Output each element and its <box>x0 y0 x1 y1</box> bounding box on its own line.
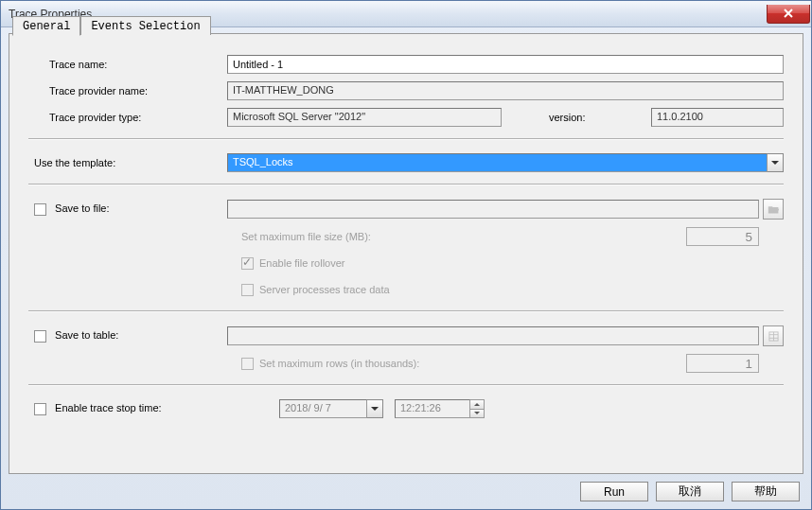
rollover-label: Enable file rollover <box>259 257 345 269</box>
row-max-rows: Set maximum rows (in thousands): <box>28 354 784 373</box>
run-button[interactable]: Run <box>580 482 648 501</box>
save-table-checkbox[interactable] <box>34 330 46 343</box>
row-template: Use the template: TSQL_Locks <box>28 153 784 172</box>
tab-events-selection[interactable]: Events Selection <box>80 16 210 35</box>
rollover-checkbox <box>241 257 254 270</box>
template-value: TSQL_Locks <box>227 153 768 172</box>
row-provider-name: Trace provider name: IT-MATTHEW_DONG <box>28 81 784 100</box>
table-icon <box>768 331 780 342</box>
save-file-label: Save to file: <box>55 202 109 214</box>
provider-name-label: Trace provider name: <box>28 85 227 97</box>
divider-1 <box>28 138 784 140</box>
stop-time-checkbox[interactable] <box>34 403 46 415</box>
time-spinner <box>470 399 485 418</box>
tab-panel: General Events Selection Trace name: Tra… <box>9 33 803 474</box>
row-rollover: Enable file rollover <box>28 254 784 273</box>
divider-3 <box>28 310 784 312</box>
provider-name-value: IT-MATTHEW_DONG <box>227 81 784 100</box>
divider-2 <box>28 184 784 185</box>
server-processes-checkbox <box>241 284 254 296</box>
row-server-processes: Server processes trace data <box>28 280 784 299</box>
window-frame: Trace Properties General Events Selectio… <box>0 0 812 510</box>
tab-strip: General Events Selection <box>12 16 211 35</box>
stop-time-value: 12:21:26 <box>395 399 470 418</box>
folder-open-icon <box>768 204 780 215</box>
provider-type-label: Trace provider type: <box>28 112 227 123</box>
spinner-up-icon <box>470 399 485 409</box>
template-combo[interactable]: TSQL_Locks <box>227 153 784 172</box>
version-label: version: <box>502 112 606 123</box>
save-file-path <box>227 200 759 219</box>
stop-date-picker: 2018/ 9/ 7 <box>279 399 383 418</box>
stop-time-picker: 12:21:26 <box>395 399 485 418</box>
spinner-down-icon <box>470 409 485 419</box>
template-label: Use the template: <box>28 157 227 168</box>
tab-general[interactable]: General <box>12 16 80 36</box>
max-file-size-label: Set maximum file size (MB): <box>241 231 686 242</box>
row-stop-time: Enable trace stop time: 2018/ 9/ 7 12:21… <box>28 399 784 418</box>
max-rows-label: Set maximum rows (in thousands): <box>259 358 686 369</box>
row-save-file: Save to file: <box>28 199 784 220</box>
trace-name-input[interactable] <box>227 55 784 74</box>
max-rows-checkbox <box>241 358 254 370</box>
row-trace-name: Trace name: <box>28 55 784 74</box>
dialog-button-row: Run 取消 帮助 <box>580 482 800 501</box>
row-save-table: Save to table: <box>28 325 784 346</box>
help-button[interactable]: 帮助 <box>732 482 800 501</box>
close-button[interactable] <box>767 5 810 24</box>
save-file-container: Save to file: <box>28 202 227 216</box>
save-table-container: Save to table: <box>28 329 227 343</box>
close-icon <box>783 8 794 19</box>
browse-table-button[interactable] <box>763 325 784 346</box>
stop-date-value: 2018/ 9/ 7 <box>279 399 367 418</box>
chevron-down-icon[interactable] <box>768 153 784 172</box>
content-area: General Events Selection Trace name: Tra… <box>1 27 811 509</box>
save-table-value <box>227 326 759 345</box>
row-max-file-size: Set maximum file size (MB): <box>28 227 784 246</box>
save-table-label: Save to table: <box>55 329 118 341</box>
server-processes-label: Server processes trace data <box>259 284 390 295</box>
version-value: 11.0.2100 <box>651 108 784 127</box>
trace-name-label: Trace name: <box>28 59 227 70</box>
chevron-down-icon <box>367 399 383 418</box>
max-rows-input <box>686 354 759 373</box>
cancel-button[interactable]: 取消 <box>656 482 724 501</box>
max-file-size-input <box>686 227 759 246</box>
stop-time-label: Enable trace stop time: <box>55 402 162 413</box>
save-file-checkbox[interactable] <box>34 203 46 216</box>
divider-4 <box>28 384 784 386</box>
browse-file-button[interactable] <box>763 199 784 220</box>
row-provider-type: Trace provider type: Microsoft SQL Serve… <box>28 108 784 127</box>
provider-type-value: Microsoft SQL Server "2012" <box>227 108 502 127</box>
stop-time-container: Enable trace stop time: <box>28 402 227 415</box>
